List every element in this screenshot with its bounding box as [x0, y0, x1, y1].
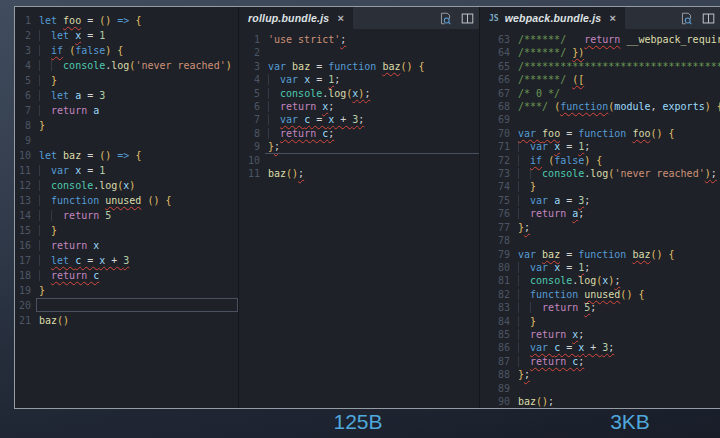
- code-token: var: [268, 61, 292, 72]
- code-line: 12 console.log(x): [15, 178, 238, 193]
- line-number: 65: [480, 60, 510, 73]
- code-token: [530, 302, 542, 313]
- code-token: [39, 105, 51, 116]
- code-token: 3: [123, 255, 129, 266]
- code-token: =: [310, 61, 328, 72]
- tab-webpack-bundle[interactable]: JS webpack.bundle.js ×: [480, 7, 625, 29]
- code-line: 72 if (false) {: [480, 154, 720, 167]
- code-token: }: [268, 141, 274, 152]
- code-line: 65/*************************************…: [480, 60, 720, 73]
- line-number: 84: [480, 315, 510, 328]
- code-token: ;: [584, 262, 590, 273]
- line-number: 7: [239, 113, 260, 126]
- code-text: /* 0 */: [510, 87, 720, 100]
- code-token: [39, 225, 51, 236]
- code-line: 84 }: [480, 315, 720, 328]
- code-token: function: [51, 195, 105, 206]
- line-number: 13: [15, 193, 31, 208]
- line-number: 11: [239, 167, 260, 180]
- close-icon[interactable]: ×: [609, 12, 615, 24]
- code-editor-rollup[interactable]: 1'use strict';23var baz = function baz()…: [239, 29, 479, 408]
- code-line: 6 let a = 3: [15, 88, 238, 103]
- code-token: console: [542, 168, 584, 179]
- split-editor-icon[interactable]: [702, 12, 715, 25]
- code-token: ;: [584, 141, 590, 152]
- code-token: (): [536, 396, 548, 407]
- line-number: 64: [480, 46, 510, 59]
- line-number: 76: [480, 207, 510, 220]
- code-token: module: [614, 101, 650, 112]
- code-line: 9};: [239, 140, 479, 153]
- line-number: 63: [480, 33, 510, 46]
- code-token: ;: [298, 168, 304, 179]
- code-token: ;: [584, 195, 590, 206]
- find-in-file-icon[interactable]: [680, 12, 693, 25]
- code-editor-webpack[interactable]: 63/******/ return __webpack_require__(0)…: [480, 29, 720, 408]
- code-text: function unused() {: [510, 288, 720, 301]
- code-token: [518, 289, 530, 300]
- line-number: 9: [15, 133, 31, 148]
- code-token: /***/: [518, 101, 554, 112]
- code-token: 'never reached': [614, 168, 704, 179]
- code-token: baz: [39, 315, 57, 326]
- code-token: }: [39, 285, 45, 296]
- code-token: /***************************************…: [518, 61, 720, 72]
- code-token: return: [584, 34, 620, 45]
- code-line: 5 }: [15, 73, 238, 88]
- code-token: (): [57, 315, 69, 326]
- code-token: [51, 60, 63, 71]
- code-token: }: [51, 75, 57, 86]
- code-token: 'never reached': [135, 60, 225, 71]
- line-number: 68: [480, 100, 510, 113]
- code-token: =>: [117, 150, 129, 161]
- code-line: 14 return 5: [15, 208, 238, 223]
- code-token: [39, 240, 51, 251]
- code-text: [31, 133, 238, 148]
- line-number: 70: [480, 127, 510, 140]
- code-token: [39, 30, 51, 41]
- code-token: [518, 302, 530, 313]
- code-text: [260, 154, 479, 167]
- panel-rollup: rollup.bundle.js ×: [238, 7, 479, 408]
- code-token: ;: [711, 168, 717, 179]
- code-token: =: [310, 74, 328, 85]
- line-number: 1: [15, 13, 31, 28]
- line-number: 18: [15, 268, 31, 283]
- code-text: console.log(x);: [510, 274, 720, 287]
- close-icon[interactable]: ×: [337, 12, 343, 24]
- code-token: [518, 356, 530, 367]
- code-editor-source[interactable]: 1let foo = () => {2 let x = 13 if (false…: [15, 7, 238, 408]
- code-text: /******/ return __webpack_require__(0);: [510, 33, 720, 46]
- code-text: }: [510, 180, 720, 193]
- code-token: [518, 195, 530, 206]
- line-number: 8: [15, 118, 31, 133]
- code-text: /******/ ([: [510, 73, 720, 86]
- line-number: 20: [15, 298, 31, 313]
- code-line: 3 if (false) {: [15, 43, 238, 58]
- code-text: 'use strict';: [260, 33, 479, 46]
- code-line: 74 }: [480, 180, 720, 193]
- code-token: return: [280, 128, 322, 139]
- line-number: 66: [480, 73, 510, 86]
- code-token: =: [310, 114, 328, 125]
- code-token: console: [530, 275, 572, 286]
- line-number: 11: [15, 163, 31, 178]
- code-text: console.log('never reached');: [510, 167, 720, 180]
- tab-rollup-bundle[interactable]: rollup.bundle.js ×: [239, 7, 353, 29]
- code-token: var: [280, 114, 304, 125]
- code-token: /******/: [518, 47, 572, 58]
- editor-actions: [434, 7, 479, 29]
- split-editor-icon[interactable]: [461, 12, 474, 25]
- code-text: if (false) {: [31, 43, 238, 58]
- code-token: return: [63, 210, 105, 221]
- code-line: 13 function unused () {: [15, 193, 238, 208]
- code-token: ;: [328, 128, 334, 139]
- code-token: return: [280, 101, 322, 112]
- find-in-file-icon[interactable]: [439, 12, 452, 25]
- tab-label: rollup.bundle.js: [248, 12, 329, 24]
- code-line: 11 var x = 1: [15, 163, 238, 178]
- code-token: return: [51, 270, 93, 281]
- code-line: 70var foo = function foo() {: [480, 127, 720, 140]
- line-number: 5: [15, 73, 31, 88]
- code-token: return: [51, 240, 93, 251]
